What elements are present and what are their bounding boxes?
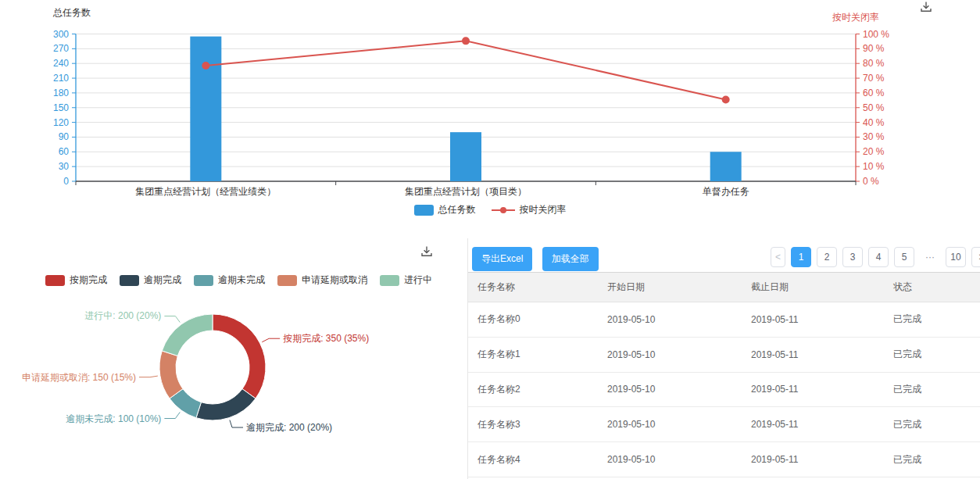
- left-axis-tick-label: 90: [59, 131, 70, 142]
- line-按时关闭率[interactable]: [206, 41, 725, 99]
- legend-label: 逾期完成: [144, 273, 181, 287]
- column-header-截止日期: 截止日期: [742, 273, 884, 302]
- task-table: 任务名称开始日期截止日期状态 任务名称02019-05-102019-05-11…: [468, 272, 980, 477]
- table-row: 任务名称22019-05-102019-05-11已完成: [468, 372, 980, 407]
- table-cell: 任务名称3: [468, 407, 598, 442]
- export-excel-button[interactable]: 导出Excel: [472, 247, 532, 271]
- pagination-prev[interactable]: <: [771, 247, 785, 267]
- load-all-button[interactable]: 加载全部: [542, 247, 599, 271]
- table-row: 任务名称42019-05-102019-05-11已完成: [468, 442, 980, 477]
- right-axis-tick-label: 90 %: [863, 43, 885, 54]
- pagination-page-2[interactable]: 2: [817, 247, 837, 267]
- pagination: <12345···10>: [771, 247, 980, 267]
- legend-item-逾期完成[interactable]: 逾期完成: [120, 273, 181, 287]
- table-cell: 任务名称1: [468, 337, 598, 372]
- legend-item-line[interactable]: 按时关闭率: [492, 203, 567, 216]
- left-axis-tick-label: 120: [53, 117, 69, 128]
- column-header-开始日期: 开始日期: [598, 273, 742, 302]
- legend-label: 按时关闭率: [520, 203, 567, 216]
- pie-slice-按期完成[interactable]: [213, 314, 266, 399]
- legend-item-按期完成[interactable]: 按期完成: [45, 273, 107, 287]
- table-cell: 2019-05-11: [742, 302, 884, 338]
- toolbar: 导出Excel 加载全部: [472, 247, 605, 271]
- category-label: 单督办任务: [703, 186, 749, 197]
- legend-item-申请延期或取消[interactable]: 申请延期或取消: [277, 273, 367, 287]
- pie-slice-申请延期或取消[interactable]: [159, 351, 183, 399]
- legend-label: 总任务数: [438, 203, 476, 216]
- combo-chart: 03060901201501802102402703000 %10 %20 %3…: [0, 0, 980, 234]
- table-cell: 已完成: [884, 302, 980, 338]
- pie-label-line: [139, 376, 158, 377]
- legend-item-bar[interactable]: 总任务数: [414, 203, 476, 216]
- combo-legend: 总任务数 按时关闭率: [0, 203, 980, 216]
- column-header-任务名称: 任务名称: [468, 273, 598, 302]
- table-cell: 任务名称4: [468, 442, 598, 477]
- line-point[interactable]: [722, 96, 730, 104]
- pie-slice-逾期完成[interactable]: [196, 389, 256, 420]
- table-cell: 2019-05-10: [598, 372, 742, 407]
- table-cell: 已完成: [884, 337, 980, 372]
- right-axis-tick-label: 10 %: [863, 161, 885, 172]
- legend-swatch: [120, 275, 139, 286]
- left-axis-tick-label: 60: [59, 146, 70, 157]
- line-point[interactable]: [202, 62, 209, 70]
- table-cell: 任务名称0: [468, 302, 598, 338]
- line-legend-icon: [492, 205, 515, 216]
- legend-label: 按期完成: [70, 273, 107, 287]
- left-axis-tick-label: 150: [53, 102, 69, 113]
- table-cell: 任务名称2: [468, 372, 598, 407]
- right-axis-tick-label: 40 %: [863, 117, 885, 128]
- table-cell: 2019-05-11: [742, 372, 884, 407]
- bar-总任务数[interactable]: [450, 132, 481, 181]
- left-axis-tick-label: 180: [53, 88, 69, 98]
- task-table-panel: 导出Excel 加载全部 <12345···10> 任务名称开始日期截止日期状态…: [467, 238, 980, 479]
- legend-item-进行中[interactable]: 进行中: [380, 273, 432, 287]
- pagination-page-5[interactable]: 5: [894, 247, 914, 267]
- bar-总任务数[interactable]: [710, 152, 742, 181]
- right-axis-tick-label: 60 %: [863, 88, 885, 98]
- pie-slice-进行中[interactable]: [162, 314, 213, 356]
- pie-label: 申请延期或取消: 150 (15%): [22, 372, 136, 383]
- download-icon[interactable]: [420, 245, 434, 258]
- line-point[interactable]: [462, 37, 470, 45]
- task-table-wrap: 任务名称开始日期截止日期状态 任务名称02019-05-102019-05-11…: [468, 272, 980, 477]
- bar-总任务数[interactable]: [190, 37, 221, 181]
- legend-swatch: [380, 275, 399, 286]
- table-cell: 已完成: [884, 407, 980, 442]
- pie-label: 进行中: 200 (20%): [84, 310, 161, 321]
- pagination-page-3[interactable]: 3: [842, 247, 863, 267]
- left-axis-tick-label: 210: [53, 73, 69, 84]
- column-header-状态: 状态: [884, 273, 980, 302]
- legend-swatch: [277, 275, 297, 286]
- table-cell: 2019-05-11: [742, 442, 884, 477]
- pie-label-line: [164, 412, 180, 418]
- right-axis-tick-label: 50 %: [863, 102, 885, 113]
- legend-label: 申请延期或取消: [302, 273, 367, 287]
- category-label: 集团重点经营计划（经营业绩类）: [135, 186, 276, 197]
- left-axis-tick-label: 0: [63, 176, 69, 187]
- table-row: 任务名称12019-05-102019-05-11已完成: [468, 337, 980, 372]
- pagination-page-10[interactable]: 10: [946, 247, 966, 267]
- table-row: 任务名称02019-05-102019-05-11已完成: [468, 302, 980, 338]
- bar-legend-swatch: [414, 205, 434, 216]
- right-axis-tick-label: 30 %: [863, 131, 885, 142]
- right-axis-tick-label: 100 %: [863, 29, 889, 40]
- legend-item-逾期未完成[interactable]: 逾期未完成: [194, 273, 265, 287]
- pagination-ellipsis[interactable]: ···: [920, 247, 940, 267]
- category-label: 集团重点经营计划（项目类）: [405, 186, 527, 197]
- right-axis-tick-label: 0 %: [863, 176, 879, 187]
- pie-label: 逾期完成: 200 (20%): [246, 422, 332, 433]
- table-cell: 2019-05-10: [598, 407, 742, 442]
- dashboard: 总任务数 按时关闭率 03060901201501802102402703000…: [0, 0, 980, 479]
- pie-label-line: [262, 338, 280, 342]
- legend-swatch: [45, 275, 65, 286]
- pie-label-line: [164, 316, 180, 322]
- left-axis-tick-label: 300: [53, 29, 69, 40]
- table-cell: 2019-05-10: [598, 442, 742, 477]
- pie-legend: 按期完成逾期完成逾期未完成申请延期或取消进行中: [45, 273, 432, 287]
- pagination-page-1[interactable]: 1: [791, 247, 811, 267]
- pagination-next[interactable]: >: [971, 247, 980, 267]
- legend-swatch: [194, 275, 213, 286]
- legend-label: 进行中: [404, 273, 432, 287]
- pagination-page-4[interactable]: 4: [868, 247, 889, 267]
